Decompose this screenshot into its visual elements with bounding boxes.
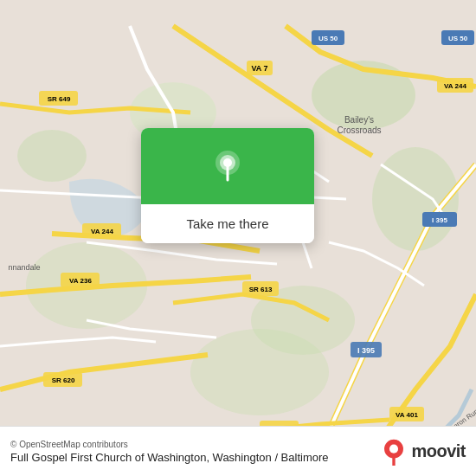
svg-text:VA 244: VA 244 (91, 228, 113, 235)
map-container[interactable]: I 395 VA 401 SR 620 SR 648 VA 236 SR 613… (0, 0, 476, 476)
moovit-logo[interactable]: moovit (380, 438, 466, 466)
moovit-pin-icon (380, 438, 408, 466)
popup-header (141, 128, 314, 204)
popup-card: Take me there (141, 128, 314, 243)
svg-text:VA 236: VA 236 (69, 277, 92, 285)
bottom-left: © OpenStreetMap contributors Full Gospel… (10, 440, 329, 464)
location-name: Full Gospel First Church of Washington, … (10, 451, 329, 464)
svg-text:SR 620: SR 620 (52, 376, 75, 384)
take-me-there-button[interactable]: Take me there (141, 204, 314, 243)
svg-point-42 (389, 444, 398, 453)
svg-text:VA 7: VA 7 (251, 64, 267, 73)
svg-text:Crossroads: Crossroads (337, 125, 381, 135)
moovit-text: moovit (411, 441, 466, 461)
svg-text:Bailey's: Bailey's (344, 115, 374, 125)
bottom-bar: © OpenStreetMap contributors Full Gospel… (0, 426, 476, 476)
svg-point-4 (17, 130, 87, 182)
svg-text:US 50: US 50 (448, 35, 468, 42)
svg-text:VA 401: VA 401 (396, 411, 418, 419)
svg-text:I 395: I 395 (357, 346, 375, 355)
svg-text:VA 244: VA 244 (444, 82, 466, 90)
map-pin-icon (209, 147, 247, 185)
svg-text:nnandale: nnandale (8, 263, 40, 272)
svg-text:I 395: I 395 (432, 216, 447, 224)
copyright-text: © OpenStreetMap contributors (10, 440, 329, 449)
svg-text:US 50: US 50 (318, 35, 338, 42)
svg-text:SR 613: SR 613 (249, 286, 273, 293)
svg-text:SR 649: SR 649 (48, 95, 71, 103)
